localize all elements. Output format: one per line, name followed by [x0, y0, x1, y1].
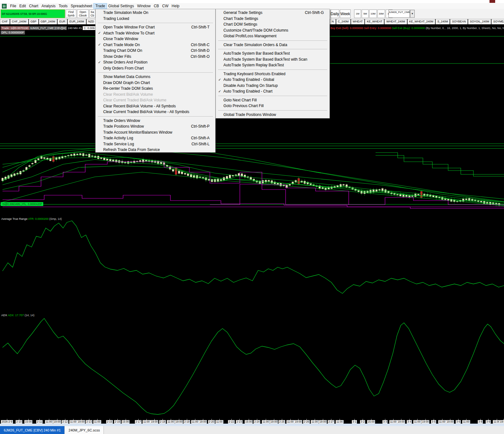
- symbol-tab-left-eur-240m[interactable]: EUR_240M: [68, 19, 86, 24]
- menu-item-chart-trade-mode-on[interactable]: ✓Chart Trade Mode OnCtrl-Shift-C: [96, 42, 215, 48]
- symbol-tab-left-gbp[interactable]: GBP: [29, 19, 39, 24]
- symbol-tab-right-ke-wheat[interactable]: KE_WHEAT: [365, 19, 384, 24]
- menu-item-trade-orders-window[interactable]: Trade Orders Window: [96, 118, 215, 124]
- menu-item-auto-trading-enabled-chart[interactable]: ✓Auto Trading Enabled - Chart: [216, 88, 329, 94]
- menu-item-trading-keyboard-shortcuts-enabled[interactable]: Trading Keyboard Shortcuts Enabled: [216, 71, 329, 77]
- menu-item-disable-auto-trading-on-startup[interactable]: Disable Auto Trading On Startup: [216, 83, 329, 89]
- menu-item-global-profit-loss-management[interactable]: Global Profit/Loss Management: [216, 33, 329, 39]
- menubar-item-analysis[interactable]: Analysis: [40, 3, 57, 9]
- menu-item-autotrade-system-bar-based-backtest[interactable]: AutoTrade System Bar Based BackTest: [216, 51, 329, 57]
- menu-separator: [218, 69, 327, 70]
- menubar-item-spreadsheet[interactable]: Spreadsheet: [69, 3, 94, 9]
- symbol-tab-right-soymeal[interactable]: SOYMEAL: [491, 19, 504, 24]
- toolbar-button-find-symb[interactable]: FindSymb: [66, 9, 76, 18]
- checkmark-icon: ✓: [216, 89, 223, 93]
- menubar-item-trade[interactable]: Trade: [94, 3, 107, 9]
- timeframe-button-5m[interactable]: 5M: [362, 9, 369, 18]
- menubar-item-global-settings[interactable]: Global Settings: [107, 3, 135, 9]
- timeframe-button-1m[interactable]: 1M: [354, 9, 361, 18]
- menubar-item-file[interactable]: File: [9, 3, 18, 9]
- adx-name: ADX: [1, 314, 7, 317]
- timeframe-button-10m[interactable]: 10M: [369, 9, 377, 18]
- menu-item-show-orders-and-position[interactable]: ✓Show Orders And Position: [96, 59, 215, 65]
- toolbar-button-open-cbook[interactable]: OpenCbook: [77, 9, 89, 18]
- timeframe-button-30m[interactable]: 30M: [377, 9, 385, 18]
- menu-item-show-order-fills[interactable]: Show Order FillsCtrl-Shift-O: [96, 54, 215, 60]
- time-label: 2-19: [183, 420, 190, 424]
- menu-item-trade-simulation-mode-on[interactable]: Trade Simulation Mode On: [96, 10, 215, 16]
- timeframe-button-week[interactable]: Week: [340, 9, 351, 18]
- menu-separator: [218, 110, 327, 111]
- symbol-combo-dropdown-icon[interactable]: ▼: [410, 10, 415, 18]
- chartbook-tab-240m-jpy-6c-scss[interactable]: 240M_JPY_6C.scss: [65, 426, 104, 434]
- timeframe-button-daily[interactable]: Daily: [330, 9, 339, 18]
- menu-item-re-center-trade-dom-scales[interactable]: Re-center Trade DOM Scales: [96, 86, 215, 92]
- menu-item-goto-next-chart-fill[interactable]: Goto Next Chart Fill: [216, 97, 329, 103]
- menu-item-clear-recent-bid-ask-volume-all-symbols[interactable]: Clear Recent Bid/Ask Volume - All Symbol…: [96, 103, 215, 109]
- time-label: 19:00: [199, 420, 207, 424]
- symbol-tab-right-n[interactable]: N: [330, 19, 336, 24]
- toolbar-button-sa-cb[interactable]: SaCb: [89, 9, 95, 18]
- menu-item-global-trade-positions-window[interactable]: Global Trade Positions Window: [216, 112, 329, 118]
- menu-shortcut: Ctrl-Shift-O: [181, 54, 210, 59]
- chartbook-tab-6jm26-fut-cme-cbv-240-min-1[interactable]: 6JM26_FUT_CME [CBV] 240 Min #1: [0, 426, 65, 434]
- menu-item-trade-activity-log[interactable]: Trade Activity LogCtrl-Shift-A: [96, 135, 215, 141]
- menu-item-trade-positions-window[interactable]: Trade Positions WindowCtrl-Shift-P: [96, 124, 215, 130]
- menu-item-general-trade-settings[interactable]: General Trade SettingsCtrl-Shift-G: [216, 10, 329, 16]
- menu-item-trade-account-monitor-balances-window[interactable]: Trade Account Monitor/Balances Window: [96, 130, 215, 136]
- menu-item-clear-trade-simulation-orders-data[interactable]: Clear Trade Simulation Orders & Data: [216, 42, 329, 48]
- menu-item-trading-locked[interactable]: Trading Locked: [96, 16, 215, 22]
- menubar-item-tools[interactable]: Tools: [57, 3, 69, 9]
- symbol-tab-right-c-240m[interactable]: C_240M: [336, 19, 351, 24]
- menu-item-open-trade-window-for-chart[interactable]: Open Trade Window For ChartCtrl-Shift-T: [96, 24, 215, 30]
- menu-item-autotrade-system-replay-backtest[interactable]: AutoTrade System Replay BackTest: [216, 62, 329, 68]
- symbol-tab-right-s-240m[interactable]: S_240M: [436, 19, 450, 24]
- time-label: 11:00: [413, 420, 421, 424]
- menu-item-draw-dom-graph-on-chart[interactable]: Draw DOM Graph On Chart: [96, 80, 215, 86]
- menu-item-trade-service-log[interactable]: Trade Service LogCtrl-Shift-L: [96, 141, 215, 147]
- menu-item-only-orders-from-chart[interactable]: Only Orders From Chart: [96, 65, 215, 71]
- symbol-tab-left-chf[interactable]: CHF: [0, 19, 10, 24]
- menubar-item-help[interactable]: Help: [170, 3, 181, 9]
- menu-item-chart-trade-settings[interactable]: Chart Trade Settings: [216, 16, 329, 22]
- menu-item-auto-trading-enabled-global[interactable]: ✓Auto Trading Enabled - Global: [216, 77, 329, 83]
- symbol-tab-left-gbp-240m[interactable]: GBP_240M: [39, 19, 57, 24]
- menu-item-trading-chart-dom-on[interactable]: Trading Chart DOM OnCtrl-Shift-D: [96, 48, 215, 54]
- menu-item-show-market-data-columns[interactable]: Show Market Data Columns: [96, 74, 215, 80]
- time-label: 3-4: [407, 420, 412, 424]
- menubar-item-cw[interactable]: CW: [161, 3, 170, 9]
- symbol-tab-right-ke-wheat-240m[interactable]: KE_WHEAT_240M: [407, 19, 435, 24]
- horizontal-scrollbar[interactable]: [0, 424, 504, 426]
- symbol-tab-right-wheat[interactable]: WHEAT: [351, 19, 365, 24]
- checkmark-icon: ✓: [216, 78, 223, 82]
- menubar-item-edit[interactable]: Edit: [18, 3, 27, 9]
- menubar-item-chart[interactable]: Chart: [27, 3, 40, 9]
- menu-item-refresh-trade-data-from-service[interactable]: Refresh Trade Data From Service: [96, 147, 215, 153]
- menu-item-close-trade-window[interactable]: Close Trade Window: [96, 36, 215, 42]
- menu-item-autotrade-system-bar-based-backtest-with-scan[interactable]: AutoTrade System Bar Based BackTest with…: [216, 57, 329, 63]
- menu-item-chart-dom-settings[interactable]: Chart DOM Settings: [216, 21, 329, 27]
- time-label: 19:00: [421, 420, 429, 424]
- symbol-combo-input[interactable]: 6JM26_FUT_CME: [388, 10, 410, 18]
- menu-item-customize-chart-trade-dom-columns[interactable]: Customize Chart/Trade DOM Columns: [216, 27, 329, 33]
- menu-item-clear-recent-bid-ask-volume[interactable]: Clear Recent Bid/Ask Volume: [96, 92, 215, 98]
- symbol-tab-right-soyoil-240m[interactable]: SOYOIL_240M: [468, 19, 491, 24]
- menubar-item-window[interactable]: Window: [135, 3, 152, 9]
- time-label: 19:00: [446, 420, 454, 424]
- menu-item-goto-previous-chart-fill[interactable]: Goto Previous Chart Fill: [216, 103, 329, 109]
- symbol-tab-left-eur[interactable]: EUR: [57, 19, 67, 24]
- menu-item-clear-current-traded-bid-ask-volume-all-symbols[interactable]: Clear Current Traded Bid/Ask Volume - Al…: [96, 109, 215, 115]
- open-position-label: +6@0.0063495 | P/L: 0.0000420P: [1, 202, 43, 206]
- menu-item-clear-current-traded-bid-ask-volume[interactable]: Clear Current Traded Bid/Ask Volume: [96, 97, 215, 103]
- trade-menu-panel: Trade Simulation Mode OnTrading LockedOp…: [95, 9, 216, 153]
- menubar-item-cb[interactable]: CB: [152, 3, 161, 9]
- menu-item-attach-trade-window-to-chart[interactable]: ✓Attach Trade Window To Chart: [96, 30, 215, 36]
- symbol-tab-left-nzd[interactable]: NZD: [86, 19, 96, 24]
- symbol-tab-left-chf-240m[interactable]: CHF_240M: [10, 19, 28, 24]
- time-label: 2-24: [253, 420, 260, 424]
- menu-shortcut: Ctrl-Shift-P: [181, 124, 210, 129]
- time-label: 3-2: [360, 420, 365, 424]
- symbol-tab-right-wheat-240m[interactable]: WHEAT_240M: [384, 19, 407, 24]
- symbol-tab-right-soybean[interactable]: SOYBEAN: [450, 19, 468, 24]
- time-label: 15:00: [367, 420, 375, 424]
